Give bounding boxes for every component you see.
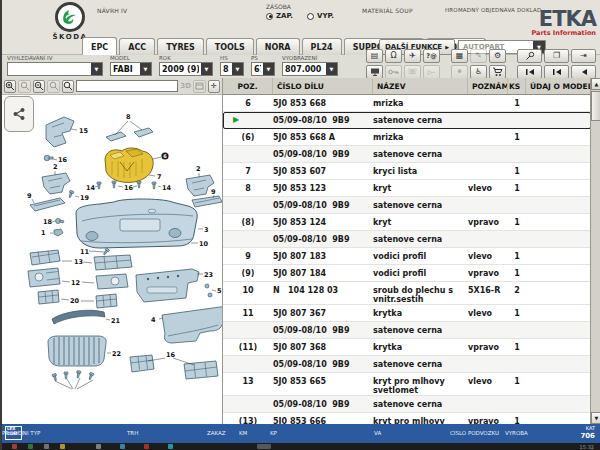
table-row[interactable]: ▶13 5J0 853 665 kryt pro mlhovy svetlome…: [223, 373, 591, 396]
table-row[interactable]: ▶7 5J0 853 607 kryci lista 1: [223, 163, 591, 180]
table-row[interactable]: ▶ 05/09-08/10 9B9 satenove cerna: [223, 396, 591, 413]
part-4[interactable]: 22: [48, 336, 121, 366]
vyp-radio[interactable]: VYP.: [307, 12, 334, 20]
nav-first-button[interactable]: [517, 65, 542, 79]
part-23[interactable]: 5: [205, 284, 222, 297]
taskbar-icon[interactable]: [144, 444, 149, 449]
taskbar-icon[interactable]: [12, 444, 17, 449]
accessibility-button[interactable]: ♿: [470, 65, 487, 79]
taskbar-active-app[interactable]: [257, 444, 271, 449]
table-row[interactable]: ▶ 05/09-08/10 9B9 satenove cerna: [223, 231, 591, 248]
part-19[interactable]: 19: [68, 190, 90, 202]
scrollbar-thumb[interactable]: [591, 91, 600, 121]
part-6-selected[interactable]: 6 7: [105, 148, 169, 182]
table-row[interactable]: ▶ 05/09-08/10 9B9 satenove cerna: [223, 356, 591, 373]
chevron-down-icon[interactable]: ▼: [326, 63, 337, 75]
part-22[interactable]: 16: [130, 351, 218, 379]
part-12[interactable]: 20: [38, 290, 117, 308]
part-13[interactable]: 12: [28, 268, 128, 289]
table-row[interactable]: ▶10 N 104 128 03 sroub do plechu s vnitr…: [223, 282, 591, 305]
tab[interactable]: NORA: [256, 38, 300, 55]
cart-button[interactable]: [489, 65, 506, 79]
pan-button[interactable]: ✛: [208, 80, 220, 93]
taskbar-icon[interactable]: [96, 444, 101, 449]
part-16-screws[interactable]: [52, 371, 94, 389]
tab[interactable]: EPC: [82, 37, 117, 55]
part-20[interactable]: 23: [136, 269, 213, 302]
table-row[interactable]: ▶ 05/09-08/10 9B9 satenove cerna: [223, 112, 591, 129]
tab[interactable]: TYRES: [157, 38, 204, 55]
vertical-scrollbar[interactable]: ▲ ▼: [590, 78, 600, 424]
phone-button[interactable]: ☏: [404, 65, 421, 79]
table-row[interactable]: ▶ 05/09-08/10 9B9 satenove cerna: [223, 146, 591, 163]
edit-button[interactable]: ✎: [470, 49, 487, 63]
table-row[interactable]: ▶(13) 5J0 853 666 kryt pro mlhovy vpravo…: [223, 413, 591, 424]
filter-input[interactable]: [252, 65, 263, 74]
chevron-down-icon[interactable]: ▼: [232, 63, 243, 75]
taskbar-icon[interactable]: [28, 444, 33, 449]
taskbar-icon[interactable]: [120, 444, 125, 449]
table-row[interactable]: ▶(6) 5J0 853 668 A mrizka 1: [223, 129, 591, 146]
part-10[interactable]: 11: [80, 248, 110, 256]
chevron-down-icon[interactable]: ▼: [201, 63, 212, 75]
board-button[interactable]: ▦: [451, 49, 468, 63]
filter-input[interactable]: [111, 65, 140, 74]
nav-previous-group-button[interactable]: [544, 65, 569, 79]
tab[interactable]: ACC: [119, 38, 155, 55]
chevron-down-icon[interactable]: ▼: [140, 63, 151, 75]
part-8[interactable]: 8: [106, 113, 153, 141]
parts-button[interactable]: ⚭: [451, 65, 468, 79]
part-1-bumper[interactable]: 3 10: [76, 199, 209, 248]
part-5[interactable]: 21: [52, 310, 121, 325]
chevron-down-icon[interactable]: ▼: [263, 63, 274, 75]
filter-input[interactable]: [221, 65, 232, 74]
pin-button[interactable]: [517, 49, 542, 63]
scroll-down-button[interactable]: ▼: [591, 412, 600, 424]
taskbar-icon[interactable]: [44, 444, 49, 449]
taskbar-icon[interactable]: [168, 444, 173, 449]
table-row[interactable]: ▶11 5J0 807 367 krytka vlevo 1: [223, 305, 591, 322]
table-row[interactable]: ▶(9) 5J0 807 184 vodici profil vpravo 1: [223, 265, 591, 282]
zoom-reset-button[interactable]: [47, 80, 59, 93]
nav-back-button[interactable]: [571, 65, 596, 79]
settings-button[interactable]: ⚙: [489, 49, 506, 63]
table-row[interactable]: ▶(11) 5J0 807 368 krytka vpravo 1: [223, 339, 591, 356]
help-button[interactable]: ?@: [423, 49, 440, 63]
taskbar-icon[interactable]: [60, 444, 65, 449]
zoom-in-button[interactable]: [4, 80, 16, 93]
export-document-button[interactable]: ⇥: [571, 49, 596, 63]
bell-button[interactable]: Ω: [385, 49, 402, 63]
table-row[interactable]: ▶(8) 5J0 853 124 kryt vpravo 1: [223, 214, 591, 231]
table-row[interactable]: ▶6 5J0 853 668 mrizka 1: [223, 95, 591, 112]
filter-input[interactable]: [283, 65, 326, 74]
tab[interactable]: PL24: [302, 38, 342, 55]
key-button[interactable]: [385, 65, 402, 79]
part-2-right[interactable]: 2: [186, 165, 214, 196]
zap-radio[interactable]: ZAP.: [266, 12, 293, 20]
table-row[interactable]: ▶8 5J0 853 123 kryt vlevo 1: [223, 180, 591, 197]
copy-document-button[interactable]: ❐: [544, 49, 569, 63]
scroll-up-button[interactable]: ▲: [591, 78, 600, 90]
part-2-left[interactable]: 2: [42, 163, 70, 194]
table-row[interactable]: ▶ 05/09-08/10 9B9 satenove cerna: [223, 322, 591, 339]
monitor-button[interactable]: [366, 65, 383, 79]
share-button[interactable]: [4, 96, 34, 132]
part-9-left[interactable]: 9: [27, 192, 65, 211]
filter-input[interactable]: [160, 65, 201, 74]
search-part-button[interactable]: [62, 80, 74, 93]
zoom-out-button[interactable]: [33, 80, 45, 93]
send-button[interactable]: ✈: [404, 49, 421, 63]
part-search-input[interactable]: [76, 80, 178, 92]
filter-input[interactable]: [8, 65, 91, 74]
part-17[interactable]: 18: [43, 218, 64, 226]
zoom-window-button[interactable]: [18, 80, 30, 93]
print-button[interactable]: ▤: [366, 49, 383, 63]
part-15[interactable]: 15: [46, 117, 89, 147]
parts-diagram[interactable]: 15 16 8: [2, 95, 222, 424]
part-18[interactable]: 1: [41, 229, 63, 237]
window-view-button[interactable]: [193, 80, 205, 93]
play-button[interactable]: ▷–: [423, 65, 440, 79]
tab[interactable]: TOOLS: [206, 38, 254, 55]
table-row[interactable]: ▶9 5J0 807 183 vodici profil vlevo 1: [223, 248, 591, 265]
table-row[interactable]: ▶ 05/09-08/10 9B9 satenove cerna: [223, 197, 591, 214]
